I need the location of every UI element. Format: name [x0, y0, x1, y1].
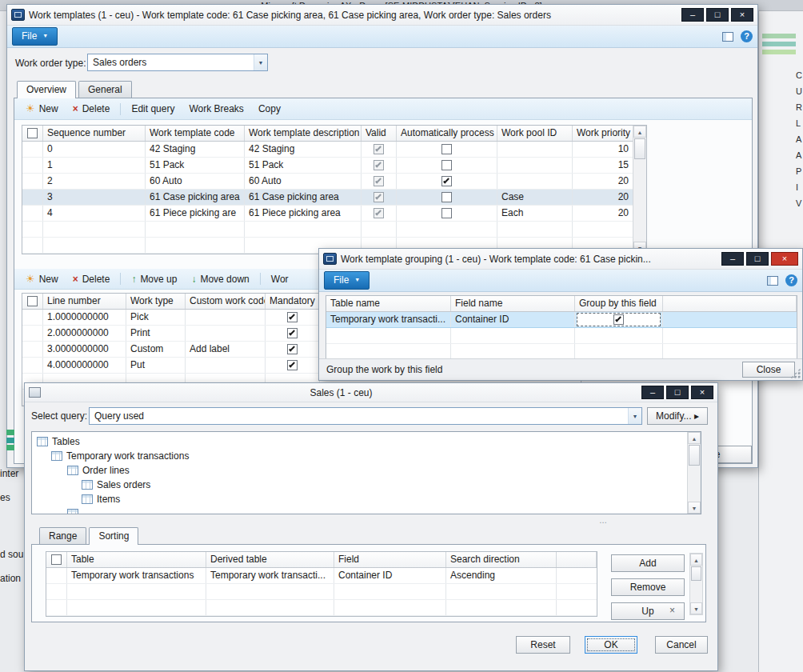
scroll-down-icon[interactable]: ▼: [690, 602, 702, 614]
close-icon[interactable]: ×: [771, 252, 798, 266]
tree-item-sales-orders[interactable]: Sales orders: [32, 478, 701, 492]
scroll-down-icon[interactable]: ▼: [688, 502, 701, 514]
group-by-checkbox[interactable]: [613, 314, 624, 325]
vertical-scrollbar[interactable]: ▲ ▼: [633, 126, 646, 254]
tab-sorting[interactable]: Sorting: [89, 527, 138, 545]
table-row-selected[interactable]: Temporary work transacti... Container ID: [326, 312, 797, 328]
tab-overview[interactable]: Overview: [17, 81, 76, 98]
remove-button[interactable]: Remove: [611, 578, 685, 596]
auto-process-checkbox[interactable]: [441, 208, 452, 218]
scrollbar-thumb[interactable]: [689, 445, 700, 466]
vertical-scrollbar[interactable]: ▲ ▼: [689, 553, 703, 615]
select-all-cell[interactable]: [46, 552, 67, 567]
tree-item-items[interactable]: Items: [32, 492, 701, 506]
auto-process-checkbox[interactable]: [441, 144, 452, 154]
col-work-type[interactable]: Work type: [126, 294, 186, 309]
maximize-icon[interactable]: □: [746, 252, 769, 266]
close-icon[interactable]: ×: [731, 8, 753, 22]
tree-item-order-lines[interactable]: Order lines: [32, 463, 701, 478]
col-table[interactable]: Table: [67, 552, 206, 567]
table-row[interactable]: 1 51 Pack 51 Pack 15: [22, 158, 633, 174]
close-icon[interactable]: ×: [691, 386, 713, 399]
scrollbar-thumb[interactable]: [634, 138, 645, 159]
minimize-icon[interactable]: –: [721, 252, 744, 266]
mandatory-checkbox[interactable]: [287, 312, 298, 322]
select-all-checkbox[interactable]: [27, 296, 38, 306]
row-selector[interactable]: [22, 142, 43, 157]
scroll-up-icon[interactable]: ▲: [633, 126, 646, 138]
splitter-handle-icon[interactable]: …: [599, 516, 608, 525]
grouping-titlebar[interactable]: Work template grouping (1 - ceu) - Work …: [319, 249, 802, 270]
layout-icon[interactable]: [767, 276, 778, 286]
col-search-direction[interactable]: Search direction: [446, 552, 557, 567]
reset-button[interactable]: Reset: [516, 636, 570, 654]
col-sequence-number[interactable]: Sequence number: [43, 126, 146, 141]
maximize-icon[interactable]: □: [706, 8, 729, 22]
copy-button[interactable]: Copy: [252, 102, 287, 116]
mandatory-checkbox[interactable]: [287, 328, 298, 338]
mandatory-checkbox[interactable]: [287, 360, 298, 370]
scroll-up-icon[interactable]: ▲: [688, 432, 701, 444]
row-selector[interactable]: [22, 310, 43, 325]
new-button[interactable]: ☀ New: [19, 102, 65, 116]
col-mandatory[interactable]: Mandatory: [266, 294, 320, 309]
file-menu-button[interactable]: File ▼: [12, 27, 58, 46]
modify-button[interactable]: Modify... ▸: [647, 407, 708, 425]
row-selector[interactable]: [22, 326, 43, 341]
row-selector[interactable]: [46, 568, 67, 583]
layout-icon[interactable]: [722, 32, 733, 42]
chevron-down-icon[interactable]: ▼: [254, 54, 267, 70]
cancel-button[interactable]: Cancel: [655, 636, 708, 654]
delete-button[interactable]: × Delete: [66, 272, 117, 286]
row-selector[interactable]: [22, 158, 43, 173]
row-selector[interactable]: [22, 342, 43, 357]
select-all-cell[interactable]: [22, 294, 43, 309]
col-custom-work-code[interactable]: Custom work code: [186, 294, 266, 309]
minimize-icon[interactable]: –: [641, 386, 664, 399]
col-valid[interactable]: Valid: [362, 126, 397, 141]
focused-cell[interactable]: [577, 313, 661, 326]
ok-button[interactable]: OK: [585, 636, 637, 654]
edit-query-button[interactable]: Edit query: [125, 102, 181, 116]
delete-button[interactable]: × Delete: [66, 102, 117, 116]
move-up-button[interactable]: ↑ Move up: [125, 272, 183, 286]
col-derived-table[interactable]: Derived table: [206, 552, 334, 567]
col-work-priority[interactable]: Work priority: [573, 126, 633, 141]
chevron-down-icon[interactable]: ▼: [628, 408, 641, 424]
col-work-template-code[interactable]: Work template code: [146, 126, 245, 141]
col-work-pool-id[interactable]: Work pool ID: [497, 126, 573, 141]
col-field-name[interactable]: Field name: [451, 296, 575, 311]
row-selector[interactable]: [22, 190, 43, 205]
work-breaks-button[interactable]: Work Breaks: [182, 102, 250, 116]
table-row[interactable]: 4 61 Piece picking are 61 Piece picking …: [22, 206, 633, 222]
auto-process-checkbox[interactable]: [441, 192, 452, 202]
move-down-button[interactable]: ↓ Move down: [185, 272, 255, 286]
sales-titlebar[interactable]: Sales (1 - ceu) – □ ×: [25, 383, 717, 402]
partial-toolbar-item[interactable]: Wor: [265, 272, 295, 286]
add-button[interactable]: Add: [611, 554, 685, 572]
auto-process-checkbox[interactable]: [441, 160, 452, 170]
close-button[interactable]: Close: [742, 362, 795, 378]
select-all-cell[interactable]: [22, 126, 43, 141]
select-query-select[interactable]: Query used ▼: [89, 407, 642, 425]
col-automatically-process[interactable]: Automatically process: [397, 126, 497, 141]
select-all-checkbox[interactable]: [51, 554, 62, 565]
maximize-icon[interactable]: □: [666, 386, 689, 399]
scrollbar-thumb[interactable]: [691, 566, 701, 581]
file-menu-button[interactable]: File ▼: [324, 271, 370, 290]
row-selector[interactable]: [22, 174, 43, 189]
table-row[interactable]: Temporary work transactions Temporary wo…: [46, 568, 597, 584]
help-icon[interactable]: ?: [741, 30, 753, 42]
col-field[interactable]: Field: [334, 552, 446, 567]
scroll-up-icon[interactable]: ▲: [690, 554, 702, 566]
tab-general[interactable]: General: [78, 81, 132, 98]
tree-item-partial[interactable]: [32, 506, 701, 514]
work-templates-titlebar[interactable]: Work templates (1 - ceu) - Work template…: [7, 5, 757, 26]
row-selector[interactable]: [22, 358, 43, 373]
col-group-by-this-field[interactable]: Group by this field: [575, 296, 663, 311]
col-work-template-description[interactable]: Work template description: [245, 126, 362, 141]
work-order-type-select[interactable]: Sales orders ▼: [87, 54, 268, 71]
tree-item-temporary-work-transactions[interactable]: Temporary work transactions: [32, 449, 701, 463]
table-row-selected[interactable]: 3 61 Case picking area 61 Case picking a…: [22, 190, 633, 206]
tree-item-tables[interactable]: Tables: [32, 434, 701, 449]
